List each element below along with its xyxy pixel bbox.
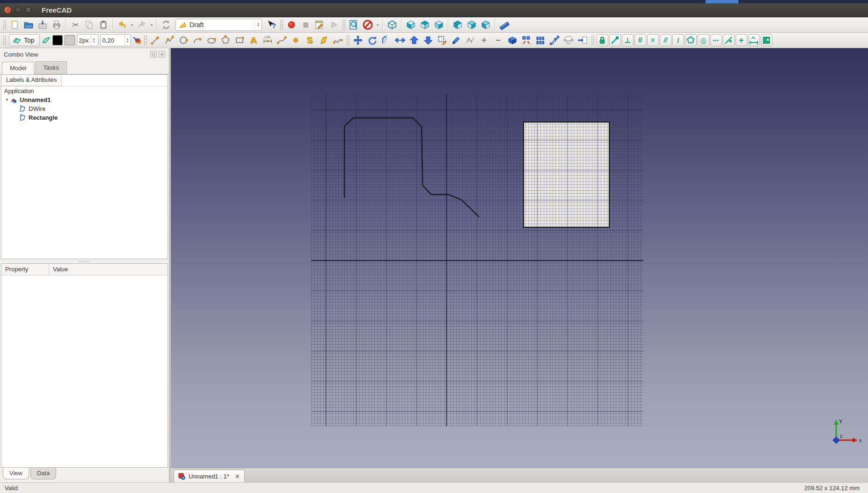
select-plane-button[interactable]: Top bbox=[9, 34, 40, 46]
tab-close-icon[interactable]: ✕ bbox=[235, 473, 240, 480]
snap-near-toggle[interactable] bbox=[723, 34, 735, 46]
undo-button[interactable] bbox=[115, 18, 129, 31]
construction-mode-toggle[interactable] bbox=[41, 34, 51, 47]
macro-execute-button[interactable] bbox=[327, 18, 341, 31]
window-minimize-button[interactable]: − bbox=[15, 7, 22, 14]
snap-lock-toggle[interactable] bbox=[597, 34, 608, 46]
paste-button[interactable] bbox=[96, 18, 110, 31]
view-bottom-button[interactable] bbox=[465, 18, 479, 31]
expander-icon[interactable]: ▼ bbox=[4, 98, 10, 102]
view-left-button[interactable] bbox=[479, 18, 493, 31]
fit-all-button[interactable] bbox=[347, 18, 361, 31]
redo-button[interactable] bbox=[135, 18, 149, 31]
snap-ortho-toggle[interactable]: + bbox=[736, 34, 747, 46]
draft-offset-button[interactable] bbox=[379, 34, 393, 47]
draft-line-button[interactable] bbox=[148, 34, 162, 47]
face-color-swatch[interactable] bbox=[65, 35, 75, 45]
toolbar-grip[interactable] bbox=[280, 20, 283, 30]
tree-item-rectangle[interactable]: Rectangle bbox=[1, 113, 168, 122]
tree-item-dwire[interactable]: DWire bbox=[1, 104, 168, 113]
tab-tasks[interactable]: Tasks bbox=[35, 61, 66, 74]
new-document-button[interactable] bbox=[7, 18, 22, 31]
view-front-button[interactable] bbox=[404, 18, 418, 31]
refresh-button[interactable] bbox=[159, 18, 173, 31]
copy-button[interactable] bbox=[82, 18, 96, 31]
draft-ellipse-button[interactable] bbox=[204, 34, 219, 47]
panel-close-button[interactable]: ✕ bbox=[159, 51, 165, 58]
draw-style-button[interactable] bbox=[361, 18, 375, 31]
line-color-swatch[interactable] bbox=[52, 35, 63, 45]
draft-clone-button[interactable] bbox=[562, 34, 576, 47]
draft-shapestring-button[interactable]: S bbox=[303, 34, 317, 47]
save-button[interactable] bbox=[36, 18, 50, 31]
toolbar-grip[interactable] bbox=[3, 20, 6, 30]
toolbar-grip[interactable] bbox=[346, 35, 350, 45]
tab-data[interactable]: Data bbox=[30, 468, 56, 479]
draft-bspline-button[interactable] bbox=[275, 34, 289, 47]
draw-style-dropdown-arrow[interactable]: ▾ bbox=[375, 18, 380, 31]
workbench-selector[interactable]: Draft ▲▼ bbox=[175, 19, 262, 31]
draft-trimex-button[interactable] bbox=[393, 34, 407, 47]
draft-point-button[interactable] bbox=[289, 34, 303, 47]
whats-this-button[interactable]: ? bbox=[264, 18, 278, 31]
spinner-arrows-icon[interactable]: ▲▼ bbox=[124, 35, 131, 46]
draft-facebinder-button[interactable] bbox=[317, 34, 331, 47]
draft-upgrade-button[interactable] bbox=[407, 34, 421, 47]
print-button[interactable] bbox=[50, 18, 64, 31]
window-maximize-button[interactable]: ◻ bbox=[25, 7, 32, 14]
view-top-button[interactable] bbox=[418, 18, 432, 31]
spinner-arrows-icon[interactable]: ▲▼ bbox=[91, 35, 97, 46]
draft-array-button[interactable] bbox=[519, 34, 533, 47]
toolbar-grip[interactable] bbox=[144, 35, 147, 45]
snap-endpoint-toggle[interactable] bbox=[609, 34, 621, 46]
dwire-object[interactable] bbox=[311, 94, 643, 426]
toolbar-grip[interactable] bbox=[342, 20, 345, 30]
draft-arc-button[interactable] bbox=[190, 34, 204, 47]
redo-dropdown-arrow[interactable]: ▾ bbox=[149, 18, 154, 31]
line-width-spinbox[interactable]: 2px ▲▼ bbox=[77, 34, 98, 46]
tree-root-application[interactable]: Application bbox=[1, 87, 168, 95]
undo-dropdown-arrow[interactable]: ▾ bbox=[129, 18, 135, 31]
snap-angle-toggle[interactable] bbox=[685, 34, 697, 46]
draft-path-array-button[interactable] bbox=[547, 34, 562, 47]
macro-stop-button[interactable] bbox=[299, 18, 313, 31]
draft-shape2dview-button[interactable] bbox=[505, 34, 519, 47]
draft-polygon-button[interactable] bbox=[219, 34, 233, 47]
tab-view[interactable]: View bbox=[3, 468, 29, 479]
toolbar-grip[interactable] bbox=[3, 35, 6, 45]
snap-parallel-toggle[interactable]: // bbox=[660, 34, 671, 46]
measure-distance-button[interactable] bbox=[497, 18, 511, 31]
draft-dimension-button[interactable]: 1.00 bbox=[261, 34, 275, 47]
snap-center-toggle[interactable]: ◎ bbox=[698, 34, 709, 46]
snap-extension-toggle[interactable]: / bbox=[672, 34, 684, 46]
snap-intersection-toggle[interactable]: ✕ bbox=[647, 34, 659, 46]
viewport-3d[interactable]: Y z x bbox=[171, 48, 868, 468]
draft-circle-button[interactable] bbox=[176, 34, 190, 47]
window-close-button[interactable]: ✕ bbox=[4, 7, 11, 14]
tree-item-document[interactable]: ▼ Unnamed1 bbox=[1, 95, 168, 104]
draft-to-sketch-button[interactable] bbox=[576, 34, 590, 47]
draft-bezier-button[interactable] bbox=[331, 34, 345, 47]
open-file-button[interactable] bbox=[22, 18, 36, 31]
draft-rectangle-button[interactable] bbox=[233, 34, 247, 47]
draft-wire-to-bspline-button[interactable] bbox=[463, 34, 477, 47]
draft-move-button[interactable] bbox=[351, 34, 365, 47]
view-axonometric-button[interactable] bbox=[385, 18, 399, 31]
view-rear-button[interactable] bbox=[451, 18, 465, 31]
draft-text-button[interactable]: A bbox=[247, 34, 261, 47]
snap-grid-toggle[interactable]: # bbox=[635, 34, 646, 46]
draft-edit-button[interactable] bbox=[449, 34, 463, 47]
cut-button[interactable]: ✂ bbox=[68, 18, 82, 31]
draft-add-point-button[interactable]: + bbox=[477, 34, 491, 47]
view-right-button[interactable] bbox=[432, 18, 446, 31]
document-tab[interactable]: Unnamed1 : 1* ✕ bbox=[174, 470, 245, 482]
snap-working-plane-toggle[interactable] bbox=[761, 34, 773, 46]
draft-delete-point-button[interactable]: − bbox=[491, 34, 505, 47]
snap-special-toggle[interactable]: ••• bbox=[710, 34, 722, 46]
panel-splitter[interactable] bbox=[0, 259, 169, 263]
macro-record-button[interactable] bbox=[284, 18, 299, 31]
autogroup-button[interactable] bbox=[132, 34, 142, 47]
snap-dimensions-toggle[interactable] bbox=[748, 34, 760, 46]
macro-edit-button[interactable] bbox=[313, 18, 327, 31]
draft-scale-button[interactable] bbox=[435, 34, 449, 47]
